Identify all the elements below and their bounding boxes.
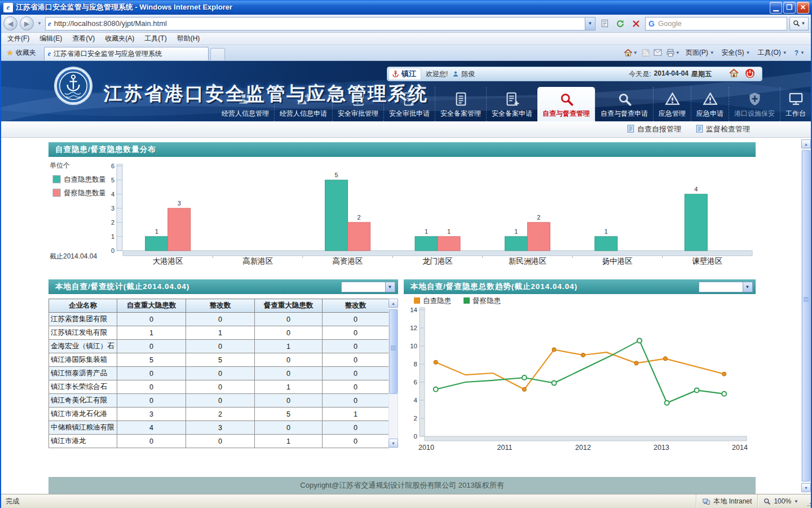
close-button[interactable]: ✕ xyxy=(797,2,809,14)
subnav-item-self-report-mgmt[interactable]: 自查自报管理 xyxy=(627,124,681,134)
svg-text:1: 1 xyxy=(425,228,428,235)
intranet-icon xyxy=(702,498,710,505)
favorites-button[interactable]: ★ 收藏夹 xyxy=(2,46,41,60)
search-button[interactable]: ▼ xyxy=(789,17,809,30)
window-title: 江苏省港口安全监管与应急管理系统 - Windows Internet Expl… xyxy=(16,2,767,12)
new-tab-button[interactable] xyxy=(210,48,225,60)
table-row[interactable]: 金海宏业（镇江）石0010 xyxy=(49,340,389,353)
page-scroll-down-button[interactable]: ▼ xyxy=(801,483,811,492)
svg-text:4: 4 xyxy=(414,397,418,404)
home-button[interactable]: ▼ xyxy=(624,49,638,57)
address-field[interactable]: e http://localhost:8080/yjpt/Main.html ▼ xyxy=(45,17,595,30)
forward-button[interactable]: ▶ xyxy=(20,16,34,30)
zoom-dropdown-icon[interactable]: ▼ xyxy=(794,499,798,504)
table-row[interactable]: 镇江港国际集装箱5500 xyxy=(49,353,389,367)
table-row[interactable]: 江苏镇江发电有限1100 xyxy=(49,326,389,340)
nav-item-safety-record-mgmt[interactable]: 安全备案管理 xyxy=(435,87,486,121)
scrollbar-thumb[interactable] xyxy=(389,309,398,394)
page-scroll-up-button[interactable]: ▲ xyxy=(801,139,811,148)
table-row[interactable]: 江苏索普集团有限0000 xyxy=(49,313,389,326)
menu-item-0[interactable]: 文件(F) xyxy=(2,33,34,45)
help-menu[interactable]: ?▼ xyxy=(793,48,806,58)
svg-text:0: 0 xyxy=(414,433,417,440)
logout-icon[interactable] xyxy=(745,68,755,80)
menu-item-1[interactable]: 编辑(E) xyxy=(34,33,67,45)
nav-item-safety-approval-mgmt[interactable]: 安全审批管理 xyxy=(332,87,383,121)
safety-menu[interactable]: 安全(S)▼ xyxy=(720,47,752,59)
table-row[interactable]: 镇江李长荣综合石0010 xyxy=(49,380,389,394)
menu-item-4[interactable]: 工具(T) xyxy=(139,33,171,45)
svg-text:自查隐患数量: 自查隐患数量 xyxy=(64,176,106,183)
nav-item-operator-info-apply[interactable]: 经营人信息申请 xyxy=(274,87,332,121)
anchor-icon xyxy=(391,70,400,78)
svg-text:2: 2 xyxy=(537,214,540,221)
svg-text:4: 4 xyxy=(694,186,698,192)
subnav-doc-icon xyxy=(627,125,634,134)
menu-item-2[interactable]: 查看(V) xyxy=(67,33,100,45)
people-icon xyxy=(238,91,253,107)
table-row[interactable]: 镇江恒泰沥青产品0000 xyxy=(49,367,389,380)
tools-menu[interactable]: 工具(O)▼ xyxy=(756,47,788,59)
address-bar: ◀ ▶ ▼ e http://localhost:8080/yjpt/Main.… xyxy=(0,15,812,33)
address-url[interactable]: http://localhost:8080/yjpt/Main.html xyxy=(54,19,585,28)
home-shortcut-icon[interactable] xyxy=(729,68,739,80)
nav-item-emergency-apply[interactable]: 应急申请 xyxy=(691,87,729,121)
svg-text:督察隐患数量: 督察隐患数量 xyxy=(64,189,106,197)
menu-item-3[interactable]: 收藏夹(A) xyxy=(100,33,139,45)
security-zone: 本地 Intranet xyxy=(696,494,757,508)
menu-item-5[interactable]: 帮助(H) xyxy=(172,33,205,45)
address-dropdown-button[interactable]: ▼ xyxy=(585,17,595,30)
table-row[interactable]: 镇江市港龙石化港3251 xyxy=(49,408,389,421)
zoom-control[interactable]: 100% ▼ xyxy=(757,494,804,508)
page-scrollbar-thumb[interactable] xyxy=(802,150,810,481)
refresh-button[interactable] xyxy=(614,17,627,30)
column-header-2: 整改数 xyxy=(186,299,255,313)
chevron-down-icon[interactable]: ▼ xyxy=(743,282,752,292)
title-bar: e 江苏省港口安全监管与应急管理系统 - Windows Internet Ex… xyxy=(0,0,812,15)
feed-button[interactable] xyxy=(642,49,650,57)
page-menu[interactable]: 页面(P)▼ xyxy=(684,47,716,59)
scroll-up-button[interactable]: ▲ xyxy=(389,299,398,308)
table-row[interactable]: 镇江市港龙0010 xyxy=(49,435,389,448)
nav-item-operator-info-mgmt[interactable]: 经营人信息管理 xyxy=(217,87,274,121)
svg-text:6: 6 xyxy=(414,379,417,386)
trend-filter-dropdown[interactable]: ▼ xyxy=(699,282,753,292)
svg-text:1: 1 xyxy=(604,228,608,235)
nav-item-emergency-mgmt[interactable]: 应急管理 xyxy=(653,87,691,121)
print-button[interactable]: ▼ xyxy=(666,49,680,57)
nav-item-workbench[interactable]: 工作台 xyxy=(780,87,811,121)
chevron-down-icon[interactable]: ▼ xyxy=(385,282,395,292)
stats-table-wrap: 企业名称自查重大隐患数整改数督查重大隐患数整改数 江苏索普集团有限0000江苏镇… xyxy=(48,299,398,450)
monitor-icon xyxy=(788,91,804,107)
tab-active[interactable]: e 江苏省港口安全监管与应急管理系统 xyxy=(44,47,209,60)
svg-text:2: 2 xyxy=(414,415,417,422)
table-scrollbar[interactable]: ▲ ▼ xyxy=(389,299,398,448)
mail-button[interactable] xyxy=(654,49,662,56)
maximize-button[interactable]: ❐ xyxy=(783,2,796,14)
welcome-label: 欢迎您! xyxy=(426,69,448,79)
nav-item-self-inspection-apply[interactable]: 自查与督查申请 xyxy=(595,87,653,121)
stats-panel: 本地自查/督查统计(截止2014.04.04) ▼ 企业名称自查重大隐患数整改数… xyxy=(48,279,398,450)
subnav-item-supervise-check-mgmt[interactable]: 监督检查管理 xyxy=(696,124,750,134)
home-dropdown-icon[interactable]: ▼ xyxy=(633,50,638,55)
search-dropdown-icon[interactable]: ▼ xyxy=(801,21,806,26)
svg-text:单位个: 单位个 xyxy=(50,161,70,169)
nav-item-port-facility-security[interactable]: 港口设施保安 xyxy=(729,87,780,121)
table-row[interactable]: 镇江奇美化工有限0000 xyxy=(49,394,389,408)
stop-button[interactable] xyxy=(629,17,643,30)
svg-text:新民洲港区: 新民洲港区 xyxy=(509,257,547,265)
nav-item-safety-record-apply[interactable]: 安全备案申请 xyxy=(486,87,537,121)
stats-filter-dropdown[interactable]: ▼ xyxy=(341,282,395,292)
print-dropdown-icon[interactable]: ▼ xyxy=(676,50,680,55)
scroll-down-button[interactable]: ▼ xyxy=(389,439,398,448)
nav-item-safety-approval-apply[interactable]: 安全审批申请 xyxy=(383,87,435,121)
compatibility-view-icon[interactable] xyxy=(598,17,611,30)
nav-item-self-inspection-mgmt[interactable]: 自查与督查管理 xyxy=(537,87,595,121)
minimize-button[interactable]: ▁ xyxy=(770,2,782,14)
page-scrollbar[interactable]: ▲ ▼ xyxy=(801,139,811,492)
table-row[interactable]: 中储粮镇江粮油有限4300 xyxy=(49,421,389,435)
back-button[interactable]: ◀ xyxy=(3,16,17,30)
history-dropdown-icon[interactable]: ▼ xyxy=(36,21,43,26)
svg-text:3: 3 xyxy=(111,205,114,212)
search-input[interactable]: G Google xyxy=(645,17,787,30)
